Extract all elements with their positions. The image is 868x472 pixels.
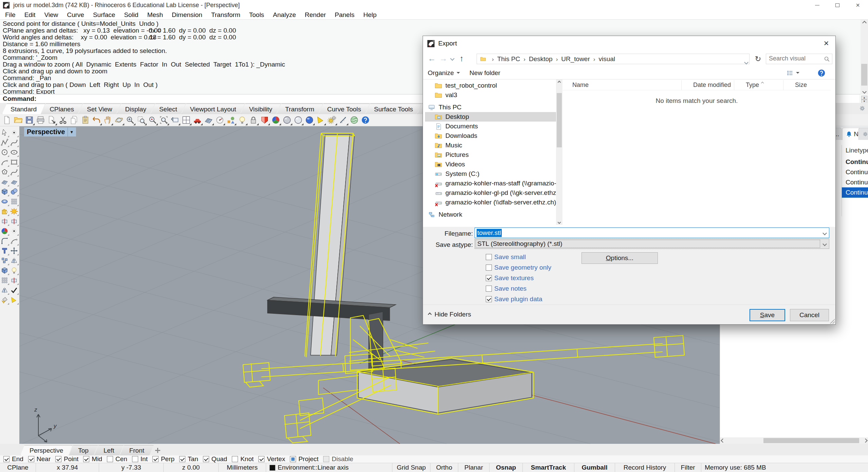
status-y-7-33[interactable]: y -7.33: [99, 463, 164, 472]
viewport-tab-top[interactable]: Top: [69, 445, 98, 455]
notification-flag-icon[interactable]: [315, 115, 326, 126]
shaded-sphere-icon[interactable]: [281, 115, 293, 126]
cancel-button[interactable]: Cancel: [790, 309, 829, 321]
array-icon[interactable]: [0, 275, 9, 285]
checkbox-box[interactable]: [179, 456, 185, 462]
mesh-pyramid-icon[interactable]: [10, 295, 19, 305]
scroll-up-icon[interactable]: [556, 79, 562, 85]
menu-item-view[interactable]: View: [40, 11, 62, 19]
breadcrumb-segment-visual[interactable]: visual: [598, 55, 615, 62]
scrollbar-thumb[interactable]: [763, 438, 859, 443]
display-mode-icon[interactable]: [259, 115, 270, 126]
viewport-layout-icon[interactable]: [181, 115, 192, 126]
status-millimeters[interactable]: Millimeters: [219, 463, 266, 472]
viewport-tab-front[interactable]: Front: [120, 445, 153, 455]
dropdown-chevron-icon[interactable]: [823, 231, 827, 235]
mirror-icon[interactable]: [0, 285, 9, 295]
osnap-point[interactable]: Point: [55, 455, 78, 463]
menu-item-help[interactable]: Help: [359, 11, 381, 19]
linetype-row[interactable]: Continuo...: [842, 167, 868, 177]
nav-item-gramazio-kohler-mas-staff[interactable]: gramazio-kohler-mas-staff (\\gramazio-ko…: [425, 179, 556, 188]
extend-curve-icon[interactable]: [10, 236, 19, 246]
nav-item-videos[interactable]: Videos: [425, 160, 556, 169]
toolbar-tab-select[interactable]: Select: [151, 104, 186, 114]
save-button[interactable]: Save: [750, 309, 785, 321]
torus-icon[interactable]: [0, 197, 9, 206]
refresh-button[interactable]: ↻: [753, 54, 763, 64]
checkbox-box[interactable]: [132, 456, 138, 462]
checkbox-save-plugin-data[interactable]: Save plugin data: [486, 295, 551, 303]
status-osnap[interactable]: Osnap: [490, 463, 523, 472]
checkbox-box[interactable]: [152, 456, 159, 462]
checkbox-box[interactable]: [3, 456, 10, 462]
checkbox-box[interactable]: [486, 296, 492, 302]
status-smarttrack[interactable]: SmartTrack: [523, 463, 574, 472]
named-view-car-icon[interactable]: [192, 115, 203, 126]
navigation-scrollbar[interactable]: [556, 79, 562, 225]
osnap-knot[interactable]: Knot: [232, 455, 254, 463]
panel-horizontal-scrollbar[interactable]: [720, 437, 868, 444]
cut-icon[interactable]: [57, 115, 69, 126]
solid-edit-icon[interactable]: [0, 266, 9, 275]
nav-item-downloads[interactable]: Downloads: [425, 131, 556, 141]
toolbar-tab-display[interactable]: Display: [117, 104, 155, 114]
circle-icon[interactable]: [0, 147, 9, 157]
toolbar-tab-viewport-layout[interactable]: Viewport Layout: [182, 104, 245, 114]
color-blend-icon[interactable]: [0, 226, 9, 236]
command-area-spinner[interactable]: ▲ ▼: [861, 96, 867, 103]
point-icon[interactable]: [10, 128, 19, 138]
polygon-icon[interactable]: [0, 167, 9, 177]
sphere-solid-icon[interactable]: [10, 187, 19, 197]
nav-item-network[interactable]: Network: [425, 210, 556, 219]
status-filter[interactable]: Filter: [675, 463, 701, 472]
checkbox-box[interactable]: [486, 265, 492, 271]
address-bar[interactable]: ›This PC›Desktop›UR_tower›visual: [477, 54, 750, 64]
breadcrumb-segment-this-pc[interactable]: This PC: [497, 55, 520, 62]
menu-item-transform[interactable]: Transform: [207, 11, 245, 19]
control-point-curve-icon[interactable]: [10, 138, 19, 147]
zoom-window-icon[interactable]: [136, 115, 147, 126]
checkbox-box[interactable]: [232, 456, 238, 462]
status-x-37-94[interactable]: x 37.94: [36, 463, 99, 472]
hide-folders-button[interactable]: Hide Folders: [428, 311, 471, 318]
menu-item-surface[interactable]: Surface: [89, 11, 119, 19]
menu-item-analyze[interactable]: Analyze: [269, 11, 300, 19]
checkbox-save-small[interactable]: Save small: [486, 253, 551, 261]
up-button[interactable]: ↑: [456, 53, 467, 64]
menu-item-curve[interactable]: Curve: [62, 11, 89, 19]
checkbox-box[interactable]: [55, 456, 61, 462]
save-file-icon[interactable]: [24, 115, 35, 126]
options-button[interactable]: Options...: [581, 252, 658, 264]
checkbox-box[interactable]: [486, 275, 492, 281]
toolbar-tab-surface-tools[interactable]: Surface Tools: [366, 104, 422, 114]
nav-item-documents[interactable]: Documents: [425, 122, 556, 131]
toolbar-tab-set-view[interactable]: Set View: [78, 104, 121, 114]
dropdown-chevron-icon[interactable]: [823, 242, 827, 246]
measure-distance-icon[interactable]: [337, 115, 349, 126]
pan-view-icon[interactable]: [102, 115, 113, 126]
scrollbar-thumb[interactable]: [557, 93, 562, 147]
scroll-up-icon[interactable]: [861, 20, 868, 26]
nav-item-gramazio-kohler[interactable]: gramazio-kohler (\\dfab-server.ethz.ch) …: [425, 198, 556, 207]
orient-icon[interactable]: [10, 256, 19, 266]
checkbox-box[interactable]: [83, 456, 89, 462]
address-chevron-icon[interactable]: [745, 58, 748, 66]
checkbox-box[interactable]: [486, 286, 492, 292]
paint-bucket-icon[interactable]: [0, 295, 9, 305]
help-icon[interactable]: [360, 115, 371, 126]
menu-item-tools[interactable]: Tools: [245, 11, 269, 19]
new-folder-button[interactable]: New folder: [465, 69, 505, 77]
checkbox-save-textures[interactable]: Save textures: [486, 274, 551, 282]
new-document-icon[interactable]: [1, 115, 13, 126]
osnap-end[interactable]: End: [3, 455, 23, 463]
checkbox-box[interactable]: [107, 456, 113, 462]
status-ortho[interactable]: Ortho: [430, 463, 458, 472]
undo-view-change-icon[interactable]: [169, 115, 181, 126]
menu-item-edit[interactable]: Edit: [20, 11, 40, 19]
checkbox-save-notes[interactable]: Save notes: [486, 285, 551, 292]
rotate-view-icon[interactable]: [113, 115, 125, 126]
boolean-union-icon[interactable]: [0, 206, 9, 216]
linetype-row[interactable]: Continuo...: [842, 187, 868, 198]
toolbar-tab-standard[interactable]: Standard: [2, 104, 45, 114]
osnap-cen[interactable]: Cen: [107, 455, 127, 463]
